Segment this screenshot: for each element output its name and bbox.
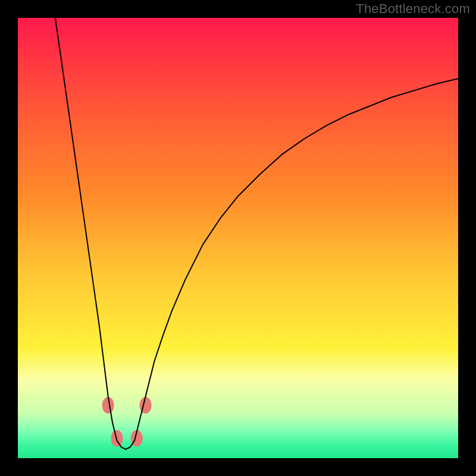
gradient-background	[18, 18, 458, 458]
plot-area	[18, 18, 458, 458]
plot-svg	[18, 18, 458, 458]
watermark-text: TheBottleneck.com	[356, 1, 470, 17]
chart-stage: TheBottleneck.com	[0, 0, 476, 476]
